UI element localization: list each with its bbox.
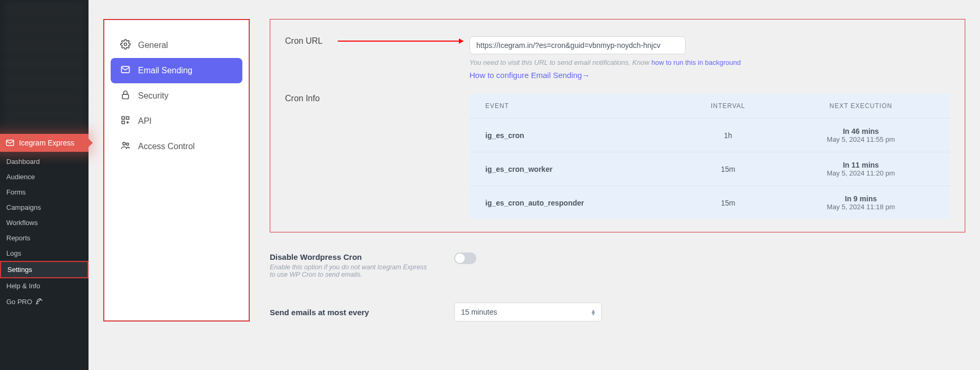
rocket-icon (35, 297, 44, 306)
lock-icon (120, 90, 131, 102)
cron-url-content: You need to visit this URL to send email… (469, 36, 950, 80)
wp-menu-item-go-pro[interactable]: Go PRO (0, 294, 89, 309)
cron-info-label: Cron Info (285, 94, 469, 103)
cron-event: ig_es_cron (485, 131, 669, 140)
tab-label: Access Control (138, 142, 195, 151)
mail-icon (5, 138, 15, 148)
wp-menu-label: Help & Info (6, 282, 40, 290)
wp-menu-item-help-info[interactable]: Help & Info (0, 278, 89, 294)
svg-rect-5 (126, 116, 129, 119)
cron-event: ig_es_cron_worker (485, 165, 669, 173)
tab-label: Email Sending (138, 66, 192, 75)
grid-icon (120, 115, 131, 128)
cron-url-label-wrap: Cron URL (285, 36, 469, 46)
cron-url-help: You need to visit this URL to send email… (469, 59, 950, 66)
configure-sending-link[interactable]: How to configure Email Sending→ (469, 71, 590, 80)
cron-url-label: Cron URL (285, 36, 322, 45)
wp-menu-label: Dashboard (6, 158, 40, 165)
wp-menu-item-reports[interactable]: Reports (0, 230, 89, 246)
cron-next: In 46 minsMay 5, 2024 11:55 pm (788, 127, 934, 143)
cron-header-event: EVENT (485, 102, 669, 110)
wp-menu-label: Campaigns (6, 203, 41, 211)
wp-menu-label: Logs (6, 249, 21, 257)
wp-menu-label: Audience (6, 173, 35, 181)
cron-table: EVENTINTERVALNEXT EXECUTIONig_es_cron1hI… (469, 94, 950, 219)
wp-menu-item-dashboard[interactable]: Dashboard (0, 154, 89, 169)
settings-tab-card: GeneralEmail SendingSecurityAPIAccess Co… (103, 19, 250, 322)
wp-menu-item-campaigns[interactable]: Campaigns (0, 200, 89, 215)
wp-menu-label: Reports (6, 234, 31, 242)
wp-menu-label: Settings (7, 266, 32, 274)
cron-next: In 11 minsMay 5, 2024 11:20 pm (788, 161, 934, 177)
svg-point-7 (123, 142, 125, 145)
send-most-value: 15 minutes (461, 308, 497, 316)
cron-table-header: EVENTINTERVALNEXT EXECUTION (469, 94, 950, 118)
send-most-label: Send emails at most every (270, 308, 454, 317)
mail-icon (120, 64, 131, 77)
wp-menu-label: Forms (6, 188, 26, 196)
disable-wpcron-desc: Enable this option if you do not want Ic… (270, 264, 428, 278)
cron-row: ig_es_cron_worker15mIn 11 minsMay 5, 202… (469, 152, 950, 186)
wp-menu-item-audience[interactable]: Audience (0, 169, 89, 184)
disable-wpcron-toggle[interactable] (454, 252, 476, 264)
users-icon (120, 140, 131, 153)
cron-header-next: NEXT EXECUTION (788, 102, 934, 110)
wp-submenu: DashboardAudienceFormsCampaignsWorkflows… (0, 154, 89, 309)
main-area: GeneralEmail SendingSecurityAPIAccess Co… (89, 0, 980, 370)
cron-url-row: Cron URL You need to visit this URL to s… (285, 36, 950, 80)
brand-item[interactable]: Icegram Express (0, 134, 89, 152)
how-to-run-link[interactable]: how to run this in background (651, 59, 741, 66)
chevron-updown-icon: ▴▾ (592, 309, 595, 315)
tab-label: General (138, 41, 168, 50)
cron-interval: 15m (669, 165, 788, 173)
tab-label: Security (138, 91, 169, 101)
arrow-annotation (338, 41, 463, 42)
wp-menu-label: Go PRO (6, 298, 32, 306)
gear-icon (120, 39, 131, 52)
brand-label: Icegram Express (19, 139, 74, 147)
cron-header-interval: INTERVAL (669, 102, 788, 110)
tab-label: API (138, 116, 152, 126)
tab-email-sending[interactable]: Email Sending (111, 58, 242, 83)
cron-next: In 9 minsMay 5, 2024 11:18 pm (788, 194, 934, 211)
cron-url-input[interactable] (469, 36, 685, 54)
svg-rect-3 (122, 94, 129, 99)
wp-menu-item-workflows[interactable]: Workflows (0, 215, 89, 230)
svg-point-8 (126, 143, 129, 145)
svg-point-1 (124, 43, 127, 46)
disable-wpcron-title: Disable Wordpress Cron (270, 252, 454, 261)
send-most-select[interactable]: 15 minutes ▴▾ (454, 303, 602, 322)
cron-interval: 15m (669, 199, 788, 207)
cron-interval: 1h (669, 131, 788, 140)
send-most-row: Send emails at most every 15 minutes ▴▾ (270, 303, 965, 322)
disable-wpcron-row: Disable Wordpress Cron Enable this optio… (270, 252, 965, 278)
cron-row: ig_es_cron_auto_responder15mIn 9 minsMay… (469, 186, 950, 219)
svg-rect-4 (122, 116, 124, 119)
wp-menu-item-settings[interactable]: Settings (0, 261, 89, 278)
wp-menu-item-logs[interactable]: Logs (0, 246, 89, 261)
tab-api[interactable]: API (111, 109, 242, 134)
cron-event: ig_es_cron_auto_responder (485, 199, 669, 207)
svg-rect-6 (122, 121, 124, 124)
wp-menu-item-forms[interactable]: Forms (0, 184, 89, 200)
tab-general[interactable]: General (111, 33, 242, 58)
highlighted-section: Cron URL You need to visit this URL to s… (270, 19, 965, 232)
tab-security[interactable]: Security (111, 83, 242, 109)
sidebar-blurred (0, 2, 89, 134)
settings-panel: Cron URL You need to visit this URL to s… (270, 19, 965, 322)
wp-menu-label: Workflows (6, 219, 38, 227)
wp-sidebar: Icegram Express DashboardAudienceFormsCa… (0, 0, 89, 370)
cron-row: ig_es_cron1hIn 46 minsMay 5, 2024 11:55 … (469, 118, 950, 152)
cron-info-row: Cron Info EVENTINTERVALNEXT EXECUTIONig_… (285, 94, 950, 219)
tab-access-control[interactable]: Access Control (111, 134, 242, 159)
